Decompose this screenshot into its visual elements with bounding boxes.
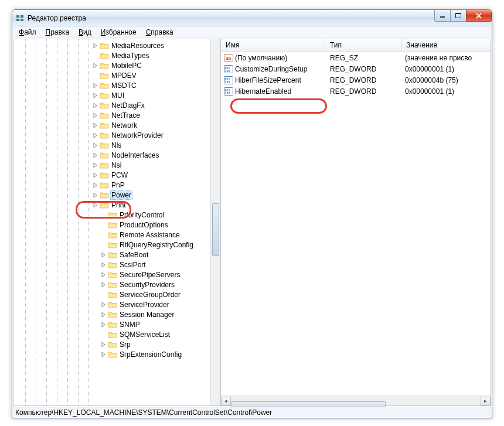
tree-item-label: Nls	[110, 141, 122, 149]
tree-item-label: Session Manager	[118, 311, 175, 319]
tree-item[interactable]: PriorityControl	[13, 210, 220, 220]
tree-item[interactable]: NetTrace	[13, 110, 220, 120]
values-column-header[interactable]: Имя Тип Значение	[221, 39, 491, 52]
tree-item[interactable]: MPDEV	[13, 70, 220, 80]
expander-icon[interactable]	[92, 82, 99, 89]
tree-item[interactable]: ScsiPort	[13, 260, 220, 270]
expander-icon[interactable]	[100, 311, 107, 318]
tree-item[interactable]: ServiceProvider	[13, 299, 220, 309]
window-minimize-button[interactable]	[434, 10, 451, 22]
tree-item[interactable]: MediaTypes	[13, 50, 220, 60]
expander-icon[interactable]	[92, 162, 99, 169]
folder-icon	[108, 350, 117, 359]
tree-item-label: MediaResources	[110, 42, 165, 50]
expander-icon[interactable]	[92, 192, 99, 199]
expander-icon[interactable]	[100, 231, 107, 238]
tree-item[interactable]: SecurePipeServers	[13, 270, 220, 280]
tree-item[interactable]: Nls	[13, 140, 220, 150]
tree-item[interactable]: PCW	[13, 170, 220, 180]
expander-icon[interactable]	[92, 42, 99, 49]
tree-item-label: SecurePipeServers	[118, 271, 181, 279]
tree-item-label: Network	[110, 121, 138, 129]
tree-item[interactable]: ServiceGroupOrder	[13, 289, 220, 299]
expander-icon[interactable]	[100, 251, 107, 258]
expander-icon[interactable]	[100, 212, 107, 219]
tree-item[interactable]: Power	[13, 190, 220, 200]
expander-icon[interactable]	[100, 281, 107, 288]
tree-item[interactable]: NetworkProvider	[13, 130, 220, 140]
menu-help[interactable]: Справка	[142, 28, 178, 38]
expander-icon[interactable]	[92, 112, 99, 119]
expander-icon[interactable]	[100, 351, 107, 358]
menu-file[interactable]: Файл	[15, 28, 40, 38]
window-title: Редактор реестра	[28, 14, 86, 22]
tree-vertical-scrollbar[interactable]	[210, 39, 220, 405]
tree-item[interactable]: NodeInterfaces	[13, 150, 220, 160]
expander-icon[interactable]	[100, 221, 107, 229]
tree-item[interactable]: MUI	[13, 90, 220, 100]
tree-item[interactable]: Print	[13, 200, 220, 210]
expander-icon[interactable]	[92, 182, 99, 189]
scroll-right-button[interactable]: ▸	[481, 397, 491, 405]
expander-icon[interactable]	[100, 321, 107, 328]
tree-item[interactable]: Network	[13, 120, 220, 130]
column-value[interactable]: Значение	[401, 39, 491, 52]
menu-view[interactable]: Вид	[74, 28, 96, 38]
tree-item[interactable]: NetDiagFx	[13, 100, 220, 110]
tree-item[interactable]: MobilePC	[13, 60, 220, 70]
tree-item[interactable]: ProductOptions	[13, 220, 220, 230]
expander-icon[interactable]	[92, 142, 99, 149]
tree-item[interactable]: SNMP	[13, 319, 220, 329]
tree-item[interactable]: RtlQueryRegistryConfig	[13, 240, 220, 250]
registry-value-row[interactable]: CustomizeDuringSetupREG_DWORD0x00000001 …	[221, 63, 491, 74]
scroll-left-button[interactable]: ◂	[221, 397, 231, 405]
tree-item[interactable]: Srp	[13, 339, 220, 349]
tree-item-label: NodeInterfaces	[110, 151, 160, 159]
values-horizontal-scrollbar[interactable]: ◂ ▸	[221, 396, 491, 405]
expander-icon[interactable]	[92, 202, 99, 209]
expander-icon[interactable]	[100, 341, 107, 348]
expander-icon[interactable]	[92, 132, 99, 139]
column-type[interactable]: Тип	[325, 39, 401, 52]
tree-item[interactable]: MSDTC	[13, 80, 220, 90]
registry-tree[interactable]: MediaResourcesMediaTypesMobilePCMPDEVMSD…	[13, 39, 221, 405]
tree-item[interactable]: Remote Assistance	[13, 230, 220, 240]
expander-icon[interactable]	[92, 72, 99, 79]
expander-icon[interactable]	[100, 241, 107, 248]
value-type: REG_DWORD	[328, 65, 403, 73]
column-name[interactable]: Имя	[221, 39, 325, 52]
menu-favorites[interactable]: Избранное	[97, 28, 141, 38]
expander-icon[interactable]	[92, 52, 99, 59]
tree-item[interactable]: SQMServiceList	[13, 329, 220, 339]
expander-icon[interactable]	[92, 122, 99, 129]
tree-item[interactable]: SafeBoot	[13, 250, 220, 260]
regedit-app-icon	[16, 13, 25, 23]
registry-value-row[interactable]: HiberFileSizePercentREG_DWORD0x0000004b …	[221, 74, 491, 86]
expander-icon[interactable]	[92, 102, 99, 109]
menu-edit[interactable]: Правка	[42, 28, 74, 38]
expander-icon[interactable]	[100, 261, 107, 268]
registry-value-row[interactable]: HibernateEnabledREG_DWORD0x00000001 (1)	[221, 86, 491, 97]
expander-icon[interactable]	[92, 92, 99, 99]
expander-icon[interactable]	[92, 152, 99, 159]
tree-item[interactable]: Nsi	[13, 160, 220, 170]
scrollbar-thumb[interactable]	[212, 203, 219, 256]
tree-item[interactable]: PnP	[13, 180, 220, 190]
tree-item[interactable]: MediaResources	[13, 40, 220, 50]
tree-item[interactable]: Session Manager	[13, 309, 220, 319]
tree-item[interactable]: SrpExtensionConfig	[13, 349, 220, 359]
expander-icon[interactable]	[100, 291, 107, 298]
expander-icon[interactable]	[100, 271, 107, 278]
tree-item[interactable]: SecurityProviders	[13, 280, 220, 289]
expander-icon[interactable]	[92, 172, 99, 179]
folder-icon	[108, 251, 117, 259]
title-bar[interactable]: Редактор реестра	[12, 10, 492, 26]
registry-value-row[interactable]: (По умолчанию)REG_SZ(значение не присво	[221, 52, 491, 63]
expander-icon[interactable]	[100, 331, 107, 338]
window-maximize-button[interactable]	[450, 10, 466, 22]
expander-icon[interactable]	[92, 62, 99, 69]
tree-item-label: NetTrace	[110, 111, 141, 120]
expander-icon[interactable]	[100, 301, 107, 308]
folder-icon	[100, 101, 109, 110]
window-close-button[interactable]	[466, 10, 492, 22]
